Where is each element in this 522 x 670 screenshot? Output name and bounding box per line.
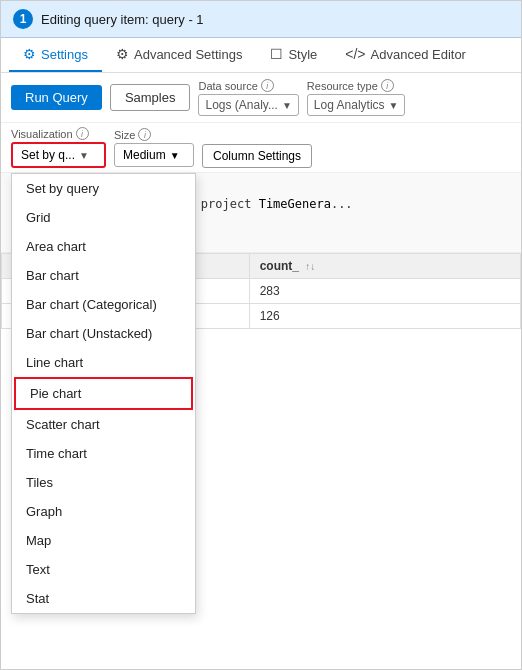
samples-button[interactable]: Samples [110, 84, 191, 111]
row1-col3: 283 [249, 279, 520, 304]
resource-type-value: Log Analytics [314, 98, 385, 112]
dropdown-item-scatter-chart[interactable]: Scatter chart [12, 410, 195, 439]
dropdown-item-stat[interactable]: Stat [12, 584, 195, 613]
dropdown-item-time-chart[interactable]: Time chart [12, 439, 195, 468]
data-source-label: Data source [198, 80, 257, 92]
sort-icon-3[interactable]: ↑↓ [305, 261, 315, 272]
tab-settings-label: Settings [41, 47, 88, 62]
dropdown-item-graph[interactable]: Graph [12, 497, 195, 526]
tab-settings[interactable]: ⚙ Settings [9, 38, 102, 72]
dropdown-item-bar-chart[interactable]: Bar chart [12, 261, 195, 290]
tab-style[interactable]: ☐ Style [256, 38, 331, 72]
data-source-group: Data source i Logs (Analy... ▼ [198, 79, 298, 116]
resource-type-label: Resource type [307, 80, 378, 92]
resource-type-chevron-icon: ▼ [389, 100, 399, 111]
title-bar: 1 Editing query item: query - 1 [1, 1, 521, 38]
tab-advanced-editor[interactable]: </> Advanced Editor [331, 38, 480, 72]
dropdown-item-line-chart[interactable]: Line chart [12, 348, 195, 377]
toolbar-row-1: Run Query Samples Data source i Logs (An… [1, 73, 521, 123]
dropdown-item-map[interactable]: Map [12, 526, 195, 555]
data-source-select[interactable]: Logs (Analy... ▼ [198, 94, 298, 116]
title-text: Editing query item: query - 1 [41, 12, 204, 27]
dropdown-item-area-chart[interactable]: Area chart [12, 232, 195, 261]
visualization-value: Set by q... [21, 148, 75, 162]
run-query-button[interactable]: Run Query [11, 85, 102, 110]
advanced-editor-icon: </> [345, 46, 365, 62]
size-value: Medium [123, 148, 166, 162]
style-icon: ☐ [270, 46, 283, 62]
resource-type-group: Resource type i Log Analytics ▼ [307, 79, 406, 116]
size-select[interactable]: Medium ▼ [114, 143, 194, 167]
settings-icon: ⚙ [23, 46, 36, 62]
tab-bar: ⚙ Settings ⚙ Advanced Settings ☐ Style <… [1, 38, 521, 73]
col-header-3-label: count_ [260, 259, 299, 273]
toolbar-row-2: Visualization i Set by q... ▼ Size i Med… [1, 123, 521, 173]
dropdown-item-grid[interactable]: Grid [12, 203, 195, 232]
resource-type-select[interactable]: Log Analytics ▼ [307, 94, 406, 116]
size-info-icon[interactable]: i [138, 128, 151, 141]
resource-type-info-icon[interactable]: i [381, 79, 394, 92]
main-area: Logs (Analytics) Query TimeGenerated > a… [1, 173, 521, 329]
size-chevron-icon: ▼ [170, 150, 180, 161]
dropdown-item-tiles[interactable]: Tiles [12, 468, 195, 497]
tab-advanced-settings[interactable]: ⚙ Advanced Settings [102, 38, 256, 72]
tab-style-label: Style [288, 47, 317, 62]
title-badge: 1 [13, 9, 33, 29]
visualization-info-icon[interactable]: i [76, 127, 89, 140]
data-source-info-icon[interactable]: i [261, 79, 274, 92]
col-header-3: count_ ↑↓ [249, 254, 520, 279]
advanced-settings-icon: ⚙ [116, 46, 129, 62]
size-label: Size [114, 129, 135, 141]
visualization-select[interactable]: Set by q... ▼ [11, 142, 106, 168]
row2-col3: 126 [249, 304, 520, 329]
data-source-chevron-icon: ▼ [282, 100, 292, 111]
dropdown-item-pie-chart[interactable]: Pie chart [14, 377, 193, 410]
column-settings-button[interactable]: Column Settings [202, 144, 312, 168]
tab-advanced-settings-label: Advanced Settings [134, 47, 242, 62]
data-source-value: Logs (Analy... [205, 98, 277, 112]
tab-advanced-editor-label: Advanced Editor [371, 47, 466, 62]
visualization-label: Visualization [11, 128, 73, 140]
dropdown-item-bar-chart-unstacked[interactable]: Bar chart (Unstacked) [12, 319, 195, 348]
dropdown-item-bar-chart-categorical[interactable]: Bar chart (Categorical) [12, 290, 195, 319]
dropdown-item-set-by-query[interactable]: Set by query [12, 174, 195, 203]
visualization-chevron-icon: ▼ [79, 150, 89, 161]
dropdown-item-text[interactable]: Text [12, 555, 195, 584]
visualization-dropdown: Set by queryGridArea chartBar chartBar c… [11, 173, 196, 614]
